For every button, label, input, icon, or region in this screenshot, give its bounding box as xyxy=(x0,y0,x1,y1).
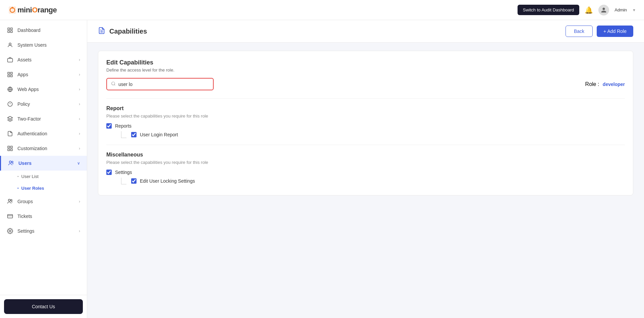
cap-children-settings: Edit User Locking Settings xyxy=(118,178,625,184)
cap-checkbox-edit-user-locking[interactable] xyxy=(131,178,137,184)
role-display: Role : developer xyxy=(585,81,625,87)
logo-range: range xyxy=(38,6,57,14)
page-title-row: Capabilities xyxy=(98,27,147,36)
svg-rect-5 xyxy=(8,31,9,33)
page-header: Capabilities Back + Add Role xyxy=(87,20,644,43)
sidebar-item-customization[interactable]: Customization › xyxy=(0,141,87,156)
sidebar-sub-item-user-roles[interactable]: User Roles xyxy=(0,182,87,194)
web-apps-chevron: › xyxy=(79,87,80,92)
role-label: Role : xyxy=(585,81,599,87)
sidebar-item-tickets[interactable]: Tickets xyxy=(0,209,87,224)
back-button[interactable]: Back xyxy=(566,26,593,37)
apps-chevron: › xyxy=(79,72,80,77)
svg-point-2 xyxy=(12,7,13,8)
cap-label-user-login-report[interactable]: User Login Report xyxy=(140,132,178,137)
sidebar-item-apps[interactable]: Apps › xyxy=(0,67,87,82)
sidebar-label-policy: Policy xyxy=(17,101,30,107)
cap-label-edit-user-locking[interactable]: Edit User Locking Settings xyxy=(140,178,195,184)
search-row: Role : developer xyxy=(106,78,625,90)
avatar[interactable] xyxy=(598,5,609,15)
svg-point-7 xyxy=(9,43,11,45)
sidebar-label-users: Users xyxy=(18,161,32,166)
switch-audit-dashboard-button[interactable]: Switch to Audit Dashboard xyxy=(518,5,579,15)
policy-chevron: › xyxy=(79,102,80,106)
web-apps-icon xyxy=(7,86,13,93)
sidebar-item-groups[interactable]: Groups › xyxy=(0,194,87,209)
svg-point-23 xyxy=(8,199,10,201)
cap-checkbox-settings[interactable] xyxy=(106,170,112,175)
content-body: Edit Capabilities Define the access leve… xyxy=(87,43,644,203)
capability-section-miscellaneous: Miscellaneous Please select the capabili… xyxy=(106,145,625,184)
tree-line xyxy=(121,131,126,138)
user-dropdown-icon[interactable]: ▼ xyxy=(632,8,636,12)
sidebar-label-two-factor: Two-Factor xyxy=(17,116,41,122)
svg-rect-3 xyxy=(8,28,9,30)
header: miniOrange Switch to Audit Dashboard 🔔 A… xyxy=(0,0,644,20)
sidebar-item-settings[interactable]: Settings › xyxy=(0,224,87,238)
system-users-icon xyxy=(7,42,13,48)
sidebar-item-system-users[interactable]: System Users xyxy=(0,38,87,52)
cap-section-title-report: Report xyxy=(106,105,625,111)
svg-rect-17 xyxy=(8,146,9,148)
sidebar: Dashboard System Users Assets › xyxy=(0,20,87,318)
assets-icon xyxy=(7,56,13,63)
cap-group-settings: Settings Edit User Locking Settings xyxy=(106,170,625,184)
sidebar-item-two-factor[interactable]: Two-Factor › xyxy=(0,111,87,126)
sidebar-label-dashboard: Dashboard xyxy=(17,28,41,33)
svg-point-21 xyxy=(9,161,11,163)
assets-chevron: › xyxy=(79,57,80,62)
sidebar-item-assets[interactable]: Assets › xyxy=(0,52,87,67)
sidebar-item-policy[interactable]: Policy › xyxy=(0,97,87,111)
groups-icon xyxy=(7,198,13,205)
svg-rect-9 xyxy=(8,72,9,74)
svg-rect-4 xyxy=(11,28,12,30)
sidebar-label-authentication: Authentication xyxy=(17,131,47,136)
sidebar-footer: Contact Us xyxy=(0,295,87,318)
svg-point-29 xyxy=(112,82,115,85)
users-chevron: ∨ xyxy=(77,161,80,166)
svg-rect-25 xyxy=(8,215,13,218)
authentication-icon xyxy=(7,130,13,137)
bell-icon[interactable]: 🔔 xyxy=(585,6,593,14)
svg-rect-12 xyxy=(11,75,12,77)
main-content: Capabilities Back + Add Role Edit Capabi… xyxy=(87,20,644,318)
cap-child-item-edit-user-locking: Edit User Locking Settings xyxy=(118,178,625,184)
sidebar-label-settings: Settings xyxy=(17,228,35,234)
sidebar-item-dashboard[interactable]: Dashboard xyxy=(0,23,87,38)
sidebar-label-groups: Groups xyxy=(17,199,33,204)
sidebar-nav: Dashboard System Users Assets › xyxy=(0,20,87,295)
cap-checkbox-reports[interactable] xyxy=(106,123,112,129)
cap-section-desc-report: Please select the capabilities you requi… xyxy=(106,113,625,119)
svg-rect-18 xyxy=(11,146,12,148)
authentication-chevron: › xyxy=(79,131,80,136)
sidebar-label-assets: Assets xyxy=(17,57,32,62)
sidebar-label-apps: Apps xyxy=(17,72,28,77)
user-name[interactable]: Admin xyxy=(614,7,627,12)
svg-rect-8 xyxy=(8,58,13,62)
logo-mini: mini xyxy=(17,6,32,14)
sidebar-item-users[interactable]: Users ∨ xyxy=(0,156,87,171)
dashboard-icon xyxy=(7,27,13,34)
sidebar-item-web-apps[interactable]: Web Apps › xyxy=(0,82,87,97)
contact-us-button[interactable]: Contact Us xyxy=(4,299,83,314)
tickets-icon xyxy=(7,213,13,220)
page-actions: Back + Add Role xyxy=(566,26,633,37)
sidebar-item-authentication[interactable]: Authentication › xyxy=(0,126,87,141)
edit-capabilities-title: Edit Capabilities xyxy=(106,59,625,66)
settings-icon xyxy=(7,228,13,234)
search-input[interactable] xyxy=(118,82,209,87)
sidebar-label-system-users: System Users xyxy=(17,42,47,48)
cap-checkbox-user-login-report[interactable] xyxy=(131,132,137,137)
sidebar-sub-item-user-list[interactable]: User List xyxy=(0,171,87,182)
search-box[interactable] xyxy=(106,78,214,90)
add-role-button[interactable]: + Add Role xyxy=(597,26,633,37)
sidebar-label-web-apps: Web Apps xyxy=(17,87,39,92)
svg-rect-19 xyxy=(8,149,9,151)
sidebar-label-tickets: Tickets xyxy=(17,214,32,219)
logo: miniOrange xyxy=(8,6,57,14)
cap-label-reports[interactable]: Reports xyxy=(115,123,131,129)
cap-label-settings[interactable]: Settings xyxy=(115,170,132,175)
customization-chevron: › xyxy=(79,146,80,151)
logo-icon xyxy=(8,6,17,14)
policy-icon xyxy=(7,101,13,107)
